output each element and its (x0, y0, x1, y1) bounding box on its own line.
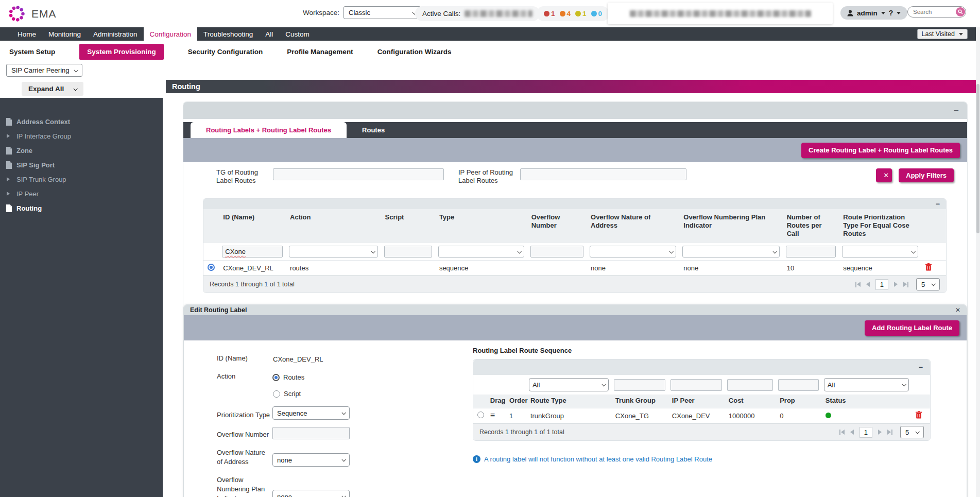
subnav-system-setup[interactable]: System Setup (9, 48, 55, 56)
status-filter-select[interactable]: All (824, 378, 909, 391)
critical-count: 1 (551, 10, 555, 18)
overflow-npi-select[interactable]: none (272, 490, 350, 497)
overflow-nature-select[interactable]: none (272, 453, 350, 467)
nav-item-troubleshooting[interactable]: Troubleshooting (197, 27, 259, 41)
routes-radio-label: Routes (283, 373, 304, 381)
overflow-npi-filter-select[interactable] (682, 246, 779, 258)
create-routing-label-button[interactable]: Create Routing Label + Routing Label Rou… (801, 143, 960, 158)
prioritization-select[interactable]: Sequence (272, 406, 350, 420)
row-select-radio[interactable] (477, 412, 484, 418)
delete-icon[interactable] (916, 411, 922, 419)
script-filter-input[interactable] (384, 246, 432, 258)
sidebar-item-zone[interactable]: Zone (0, 143, 163, 158)
pagination-last[interactable] (903, 282, 908, 287)
nav-item-configuration[interactable]: Configuration (144, 27, 197, 41)
sidebar-item-address-context[interactable]: Address Context (0, 114, 163, 129)
route-sequence-row[interactable]: ≡ 1 trunkGroup CXone_TG CXone_DEV 100000… (473, 408, 930, 423)
subnav-configuration-wizards[interactable]: Configuration Wizards (377, 48, 452, 56)
apply-filters-button[interactable]: Apply Filters (899, 168, 954, 182)
routing-label-row[interactable]: CXone_DEV_RL routes sequence none none 1… (203, 261, 946, 276)
col-overflow-number: Overflow Number (527, 209, 587, 243)
row-select-radio[interactable] (208, 264, 215, 271)
subnav-security-configuration[interactable]: Security Configuration (188, 48, 263, 56)
overflow-number-input[interactable] (272, 427, 350, 439)
user-menu[interactable]: admin ? (840, 6, 907, 20)
sidebar-item-sip-sig-port[interactable]: SIP Sig Port (0, 158, 163, 172)
prioritization-label: Prioritization Type (217, 410, 272, 420)
pagination-last[interactable] (887, 430, 892, 435)
tab-routing-labels[interactable]: Routing Labels + Routing Label Routes (191, 122, 347, 138)
context-select[interactable]: SIP Carrier Peering (6, 64, 82, 77)
sidebar-item-ip-interface-group[interactable]: IP Interface Group (0, 129, 163, 143)
page-size-select[interactable]: 5 (916, 278, 940, 290)
pagination-first[interactable] (839, 430, 845, 435)
tg-filter-label: TG of Routing Label Routes (216, 168, 269, 185)
add-routing-label-route-button[interactable]: Add Routing Label Route (865, 320, 959, 336)
subnav-profile-management[interactable]: Profile Management (287, 48, 353, 56)
expand-all-button[interactable]: Expand All (22, 82, 83, 96)
id-name-filter-input[interactable]: CXone (222, 246, 283, 258)
page-size-select[interactable]: 5 (900, 426, 924, 438)
last-visited-dropdown[interactable]: Last Visited (917, 29, 968, 39)
routes-per-call-filter-input[interactable] (786, 246, 836, 258)
nav-item-custom[interactable]: Custom (279, 27, 316, 41)
overflow-nature-filter-select[interactable] (590, 246, 676, 258)
select-column-header (473, 395, 486, 408)
minimize-icon[interactable]: − (936, 200, 940, 208)
search-button[interactable] (956, 7, 965, 16)
route-prioritization-filter-select[interactable] (842, 246, 918, 258)
action-label: Action (217, 372, 272, 381)
overflow-number-filter-input[interactable] (530, 246, 583, 258)
workspace-group: Workspace: Classic (303, 6, 421, 19)
workspace-select[interactable]: Classic (343, 6, 421, 19)
action-routes-option[interactable]: Routes (272, 373, 304, 381)
pagination-next[interactable] (878, 430, 882, 435)
call-status-pill: 1 4 1 0 (537, 6, 609, 21)
cell-route-prioritization: sequence (839, 261, 921, 276)
sidebar-item-ip-peer[interactable]: IP Peer (0, 186, 163, 201)
type-filter-select[interactable] (438, 246, 524, 258)
delete-icon[interactable] (925, 263, 932, 271)
nav-item-administration[interactable]: Administration (87, 27, 144, 41)
cost-filter-input[interactable] (727, 379, 773, 391)
vertical-scrollbar[interactable] (976, 27, 980, 497)
subnav-system-provisioning[interactable]: System Provisioning (79, 44, 164, 60)
minimize-icon[interactable]: − (954, 106, 959, 115)
sidebar-item-label: IP Interface Group (16, 132, 71, 140)
routing-labels-table: ID (Name) Action Script Type Overflow Nu… (203, 209, 946, 276)
close-icon[interactable]: ✕ (955, 306, 960, 314)
help-icon[interactable]: ? (889, 9, 893, 17)
pagination-prev[interactable] (850, 430, 854, 435)
script-radio-label: Script (284, 390, 301, 398)
nav-item-all[interactable]: All (259, 27, 279, 41)
tg-filter-input[interactable] (273, 168, 444, 180)
pagination-first[interactable] (855, 282, 861, 287)
trunk-group-filter-input[interactable] (614, 379, 665, 391)
pagination-prev[interactable] (866, 282, 870, 287)
pagination-next[interactable] (894, 282, 898, 287)
clear-filters-button[interactable]: ✕ (876, 168, 892, 182)
cell-id: CXone_DEV_RL (219, 261, 286, 276)
nav-item-home[interactable]: Home (11, 27, 42, 41)
scrollbar-thumb[interactable] (976, 84, 979, 233)
tab-routes[interactable]: Routes (347, 122, 400, 138)
routes-radio[interactable] (272, 374, 280, 381)
id-label: ID (Name) (217, 354, 272, 363)
sidebar-item-routing[interactable]: Routing (0, 201, 163, 215)
drag-handle-icon[interactable]: ≡ (490, 411, 495, 420)
minimize-icon[interactable]: − (919, 364, 923, 371)
nav-item-monitoring[interactable]: Monitoring (42, 27, 87, 41)
user-menu-group: admin ? (840, 6, 907, 20)
action-filter-select[interactable] (289, 246, 378, 258)
action-script-option[interactable]: Script (273, 390, 301, 398)
script-radio[interactable] (273, 390, 280, 398)
table-filter-row: CXone (203, 243, 946, 261)
prop-filter-input[interactable] (778, 379, 819, 391)
sidebar-item-sip-trunk-group[interactable]: SIP Trunk Group (0, 172, 163, 186)
ip-peer-filter-input[interactable] (520, 168, 686, 180)
route-type-filter-select[interactable]: All (529, 378, 609, 391)
ip-peer-seq-filter-input[interactable] (670, 379, 722, 391)
delete-column-header (912, 395, 930, 408)
pagination-current-page: 1 (875, 279, 888, 290)
major-dot-icon (560, 11, 565, 16)
